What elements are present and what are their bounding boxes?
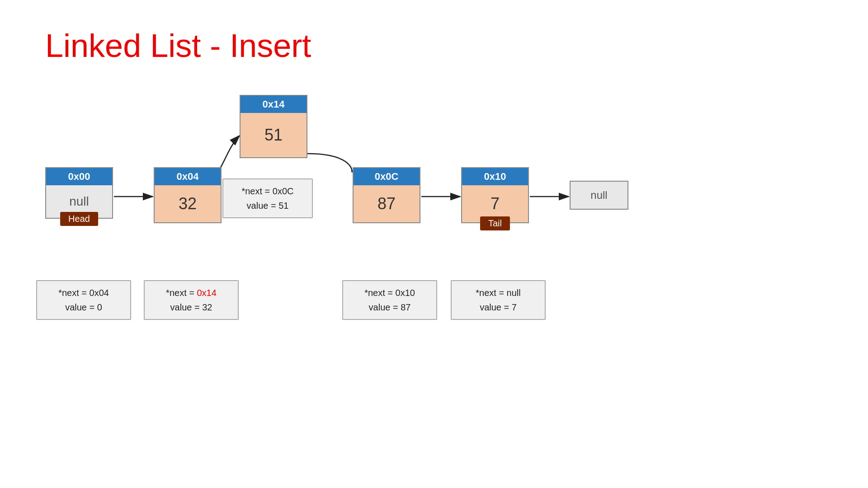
info-box-0x14: *next = 0x0C value = 51 (222, 178, 313, 218)
info-box-0x10-line2: value = 7 (459, 300, 538, 314)
node-0x04-addr: 0x04 (155, 168, 221, 185)
info-box-0x0C-line2: value = 87 (350, 300, 429, 314)
info-box-0x00-line1: *next = 0x04 (44, 286, 123, 300)
info-box-0x14-line2: value = 51 (231, 198, 305, 213)
info-box-0x10-line1: *next = null (459, 286, 538, 300)
node-0x0C: 0x0C 87 (353, 167, 420, 223)
node-0x04-value: 32 (155, 185, 221, 222)
node-0x0C-value: 87 (354, 185, 420, 222)
node-0x00: 0x00 null Head (45, 167, 113, 219)
node-0x14-addr: 0x14 (241, 96, 307, 113)
info-box-0x04-line2: value = 32 (152, 300, 231, 314)
arrows-diagram (0, 0, 868, 488)
node-0x14: 0x14 51 (240, 95, 307, 158)
info-box-0x04: *next = 0x14 value = 32 (144, 280, 239, 320)
info-box-0x0C-line1: *next = 0x10 (350, 286, 429, 300)
highlight-0x14: 0x14 (197, 288, 217, 298)
page-title: Linked List - Insert (45, 27, 311, 64)
node-0x00-badge: Head (60, 212, 98, 226)
node-0x10: 0x10 7 Tail (461, 167, 529, 223)
node-null-value: null (571, 182, 627, 209)
node-0x00-addr: 0x00 (46, 168, 112, 185)
node-null-terminal: null (570, 181, 628, 210)
info-box-0x14-line1: *next = 0x0C (231, 184, 305, 198)
info-box-0x04-line1: *next = 0x14 (152, 286, 231, 300)
node-0x0C-addr: 0x0C (354, 168, 420, 185)
node-0x10-addr: 0x10 (462, 168, 528, 185)
node-0x14-value: 51 (241, 113, 307, 157)
info-box-0x00: *next = 0x04 value = 0 (36, 280, 131, 320)
node-0x10-badge: Tail (480, 216, 510, 230)
node-0x04: 0x04 32 (154, 167, 222, 223)
info-box-0x10: *next = null value = 7 (451, 280, 546, 320)
info-box-0x00-line2: value = 0 (44, 300, 123, 314)
info-box-0x0C: *next = 0x10 value = 87 (342, 280, 437, 320)
